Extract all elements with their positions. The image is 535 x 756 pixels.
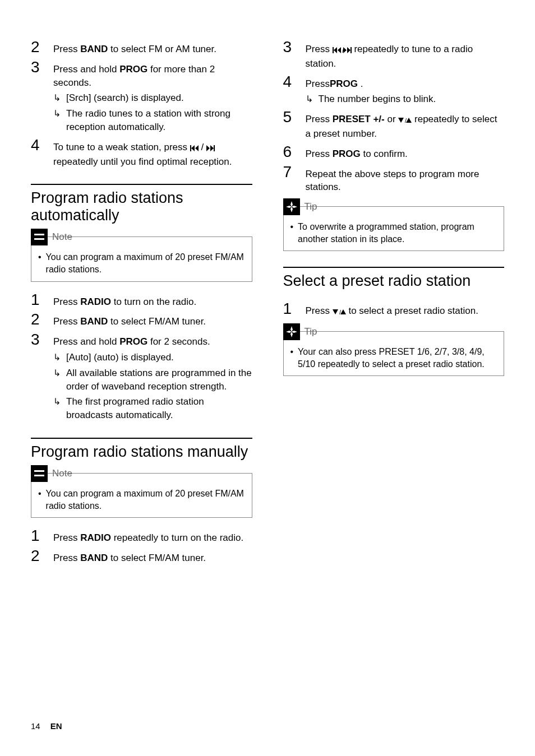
step-number: 2 bbox=[31, 39, 42, 55]
step-text: Press BAND to select FM or AM tuner. bbox=[53, 43, 252, 56]
step-7: 7 Repeat the above steps to program more… bbox=[283, 164, 505, 194]
step-number: 3 bbox=[31, 59, 42, 75]
svg-rect-9 bbox=[34, 475, 44, 476]
svg-rect-8 bbox=[34, 470, 44, 472]
text: Press bbox=[53, 553, 80, 563]
text: You can program a maximum of 20 preset F… bbox=[46, 251, 245, 275]
svg-marker-2 bbox=[195, 145, 199, 151]
svg-marker-23 bbox=[292, 206, 297, 208]
step-text: Press and hold PROG for more than 2 seco… bbox=[53, 63, 252, 134]
step-text: PressPROG . The number begins to blink. bbox=[306, 77, 505, 106]
section-title-manual: Program radio stations manually bbox=[31, 443, 252, 461]
tip-text: Your can also press PRESET 1/6, 2/7, 3/8… bbox=[290, 346, 497, 370]
text: Press bbox=[306, 305, 333, 316]
step-5: 5 Press PRESET +/- or / repeatedly to se… bbox=[283, 109, 505, 141]
substeps: The number begins to blink. bbox=[306, 92, 505, 106]
step-text: Press PROG to confirm. bbox=[306, 147, 505, 161]
button-name: PROG bbox=[119, 64, 147, 75]
button-name: RADIO bbox=[80, 296, 111, 307]
step-3: 3 Press and hold PROG for 2 seconds. [Au… bbox=[31, 332, 252, 422]
svg-marker-30 bbox=[292, 331, 297, 333]
svg-marker-28 bbox=[290, 332, 293, 337]
note-text: You can program a maximum of 20 preset F… bbox=[38, 251, 245, 275]
text: to confirm. bbox=[361, 149, 408, 159]
step-1: 1 Press RADIO to turn on the radio. bbox=[31, 292, 252, 309]
note-icon bbox=[31, 465, 48, 482]
text: to select FM or AM tuner. bbox=[108, 44, 216, 54]
language-code: EN bbox=[50, 721, 62, 731]
manual-steps-continued: 3 Press / repeatedly to tune to a radio … bbox=[283, 39, 505, 194]
text: / bbox=[201, 142, 206, 152]
svg-marker-3 bbox=[206, 145, 210, 151]
result-item: [Srch] (search) is displayed. bbox=[53, 91, 252, 105]
step-number: 3 bbox=[31, 332, 42, 347]
tip-icon bbox=[283, 323, 300, 340]
svg-rect-0 bbox=[190, 145, 191, 151]
step-2: 2 Press BAND to select FM/AM tuner. bbox=[31, 548, 252, 565]
tip-body: Your can also press PRESET 1/6, 2/7, 3/8… bbox=[284, 340, 504, 370]
button-name: BAND bbox=[80, 44, 108, 54]
svg-marker-17 bbox=[398, 118, 404, 123]
text: The first programed radio station broadc… bbox=[66, 395, 252, 422]
right-column: 3 Press / repeatedly to tune to a radio … bbox=[283, 39, 505, 571]
step-text: Repeat the above steps to program more s… bbox=[306, 168, 505, 194]
step-2: 2 Press BAND to select FM/AM tuner. bbox=[31, 312, 252, 328]
step-text: Press / to select a preset radio station… bbox=[306, 304, 505, 319]
note-box: Note You can program a maximum of 20 pre… bbox=[31, 473, 252, 518]
svg-marker-24 bbox=[333, 309, 338, 314]
text: to select FM/AM tuner. bbox=[108, 316, 206, 327]
result-item: The first programed radio station broadc… bbox=[53, 395, 252, 422]
button-name: PRESET +/- bbox=[333, 114, 385, 124]
step-number: 4 bbox=[283, 74, 294, 90]
button-name: BAND bbox=[80, 316, 108, 327]
step-1: 1 Press RADIO repeatedly to turn on the … bbox=[31, 528, 252, 545]
svg-rect-5 bbox=[214, 145, 215, 151]
svg-marker-26 bbox=[340, 309, 346, 314]
text: To tune to a weak station, press bbox=[53, 142, 190, 152]
tip-body: To overwrite a programmed station, progr… bbox=[284, 215, 504, 245]
button-name: PROG bbox=[119, 336, 147, 347]
select-steps: 1 Press / to select a preset radio stati… bbox=[283, 301, 505, 319]
manual-steps: 1 Press RADIO repeatedly to turn on the … bbox=[31, 528, 252, 565]
note-icon bbox=[31, 229, 48, 245]
svg-marker-14 bbox=[343, 47, 347, 53]
text: Press bbox=[306, 78, 330, 89]
step-number: 2 bbox=[31, 312, 42, 327]
text: Press bbox=[306, 114, 333, 124]
auto-steps: 1 Press RADIO to turn on the radio. 2 Pr… bbox=[31, 292, 252, 422]
manual-page: 2 Press BAND to select FM or AM tuner. 3… bbox=[0, 0, 535, 756]
result-item: All available stations are programmed in… bbox=[53, 367, 252, 393]
svg-rect-6 bbox=[34, 234, 44, 235]
step-text: Press RADIO to turn on the radio. bbox=[53, 295, 252, 309]
tip-header: Tip bbox=[283, 323, 504, 340]
text: Press bbox=[53, 44, 80, 54]
svg-rect-10 bbox=[333, 47, 334, 53]
step-number: 1 bbox=[283, 301, 294, 317]
text: Press bbox=[306, 149, 333, 159]
skip-next-icon bbox=[206, 142, 215, 155]
button-name: PROG bbox=[330, 78, 358, 89]
text: Press bbox=[53, 296, 80, 307]
tune-steps-continued: 2 Press BAND to select FM or AM tuner. 3… bbox=[31, 39, 252, 168]
button-name: BAND bbox=[80, 553, 108, 563]
svg-marker-22 bbox=[286, 206, 292, 208]
svg-marker-12 bbox=[338, 47, 341, 53]
left-column: 2 Press BAND to select FM or AM tuner. 3… bbox=[31, 39, 252, 571]
step-number: 1 bbox=[31, 292, 42, 308]
note-body: You can program a maximum of 20 preset F… bbox=[31, 482, 252, 512]
svg-marker-1 bbox=[191, 145, 195, 151]
note-label: Note bbox=[52, 231, 72, 243]
step-number: 2 bbox=[31, 548, 42, 564]
step-number: 6 bbox=[283, 144, 294, 160]
step-number: 7 bbox=[283, 164, 294, 180]
step-3: 3 Press / repeatedly to tune to a radio … bbox=[283, 39, 505, 71]
step-text: Press BAND to select FM/AM tuner. bbox=[53, 551, 252, 565]
step-text: To tune to a weak station, press / repea… bbox=[53, 141, 252, 169]
text: or bbox=[385, 114, 399, 124]
text: The number begins to blink. bbox=[319, 92, 436, 106]
text: to select a preset radio station. bbox=[346, 305, 478, 316]
skip-prev-icon bbox=[190, 142, 199, 155]
text: Press and hold bbox=[53, 64, 119, 75]
section-divider bbox=[31, 184, 252, 185]
text: The radio tunes to a station with strong… bbox=[66, 107, 252, 134]
